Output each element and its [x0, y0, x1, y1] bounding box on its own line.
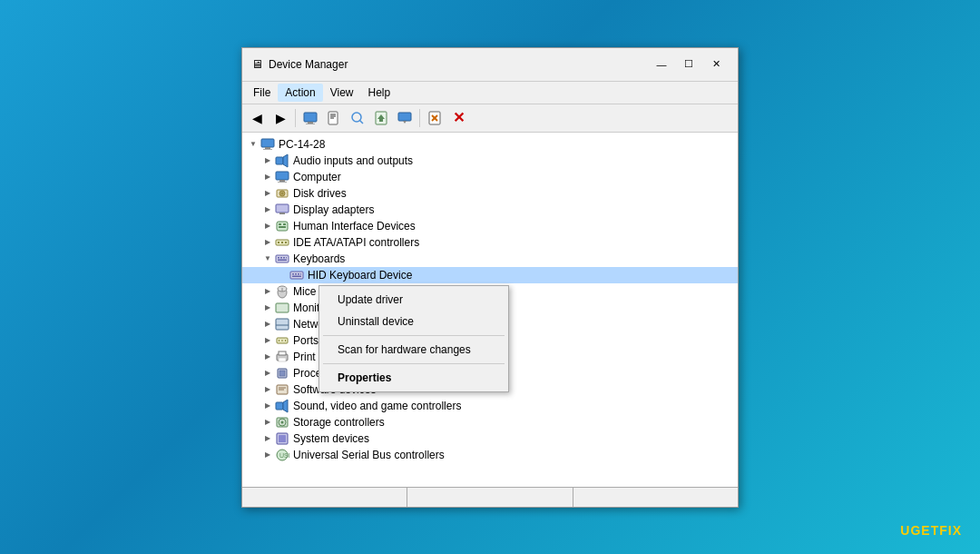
forward-button[interactable]: ▶ — [270, 107, 291, 129]
computer-label: Computer — [293, 171, 341, 183]
toolbar-sep-2 — [419, 109, 420, 127]
maximize-button[interactable]: ☐ — [676, 55, 701, 74]
expand-mice1-icon: ▶ — [260, 284, 275, 299]
monitor-button[interactable] — [394, 107, 416, 129]
device-manager-button[interactable] — [299, 107, 321, 129]
expand-ports-icon: ▶ — [260, 333, 275, 348]
context-menu-update[interactable]: Update driver — [319, 289, 508, 311]
display-icon — [275, 203, 289, 217]
svg-point-72 — [281, 420, 284, 423]
scan-button[interactable] — [347, 107, 368, 129]
storage-icon — [275, 415, 289, 430]
tree-item-storage[interactable]: ▶ Storage controllers — [242, 414, 738, 430]
pc-icon — [260, 137, 275, 152]
tree-item-hid[interactable]: ▶ Human Interface Devices — [242, 218, 738, 234]
svg-rect-29 — [279, 213, 285, 214]
pc-label: PC-14-28 — [279, 138, 325, 151]
menu-file[interactable]: File — [246, 84, 278, 102]
tree-item-usb[interactable]: ▶ USB Universal Serial Bus controllers — [242, 447, 738, 463]
expand-hid-icon: ▶ — [260, 219, 275, 233]
menu-action[interactable]: Action — [278, 84, 322, 102]
svg-point-27 — [281, 193, 283, 194]
tree-item-disk[interactable]: ▶ Disk drives — [242, 185, 738, 202]
ide-label: IDE ATA/ATAPI controllers — [293, 236, 419, 249]
svg-rect-44 — [290, 272, 303, 279]
minimize-button[interactable]: — — [649, 55, 674, 74]
tree-item-ide[interactable]: ▶ IDE ATA/ATAPI controllers — [242, 234, 738, 251]
svg-rect-68 — [276, 402, 283, 410]
hid-label: Human Interface Devices — [293, 220, 416, 232]
svg-rect-43 — [278, 259, 287, 261]
svg-rect-11 — [379, 119, 383, 122]
context-menu-scan[interactable]: Scan for hardware changes — [319, 339, 508, 361]
expand-network-icon: ▶ — [260, 317, 275, 331]
svg-rect-0 — [304, 113, 317, 122]
disk-icon — [275, 186, 289, 201]
svg-rect-53 — [276, 303, 289, 312]
system-label: System devices — [293, 432, 369, 445]
expand-print-icon: ▶ — [260, 350, 275, 364]
mice2-icon — [275, 301, 289, 315]
expand-system-icon: ▶ — [260, 431, 275, 446]
tree-item-computer[interactable]: ▶ Computer — [242, 169, 738, 185]
expand-hid-keyboard-icon — [275, 268, 289, 282]
svg-rect-40 — [280, 257, 282, 259]
tree-item-hid-keyboard[interactable]: HID Keyboard Device — [242, 267, 738, 283]
window-title: Device Manager — [269, 58, 348, 71]
device-manager-window: 🖥 Device Manager — ☐ ✕ File Action View … — [241, 47, 739, 508]
watermark-highlight: ET — [921, 523, 939, 538]
svg-rect-22 — [276, 172, 289, 180]
expand-sound-icon: ▶ — [260, 399, 275, 413]
svg-rect-61 — [279, 351, 286, 355]
expand-pc-icon: ▼ — [246, 137, 260, 152]
menu-bar: File Action View Help — [242, 82, 738, 104]
context-menu-properties[interactable]: Properties — [319, 367, 508, 389]
svg-rect-46 — [295, 273, 297, 275]
tree-item-audio[interactable]: ▶ Audio inputs and outputs — [242, 153, 738, 169]
back-button[interactable]: ◀ — [246, 107, 268, 129]
svg-rect-2 — [306, 124, 315, 124]
uninstall-button[interactable] — [424, 107, 446, 129]
svg-rect-54 — [276, 319, 289, 330]
hid-keyboard-icon — [289, 268, 304, 282]
svg-rect-19 — [263, 149, 272, 150]
computer-icon — [275, 170, 289, 184]
status-panel-1 — [242, 488, 407, 507]
svg-rect-58 — [282, 340, 283, 341]
mice1-icon — [275, 284, 289, 299]
svg-rect-1 — [308, 122, 313, 124]
svg-rect-12 — [398, 113, 411, 121]
menu-view[interactable]: View — [323, 84, 361, 102]
svg-rect-42 — [286, 257, 287, 259]
expand-disk-icon: ▶ — [260, 186, 275, 201]
menu-help[interactable]: Help — [361, 84, 398, 102]
svg-rect-48 — [300, 273, 301, 275]
expand-keyboards-icon: ▼ — [260, 252, 275, 266]
title-bar-left: 🖥 Device Manager — [251, 57, 348, 71]
tree-item-pc[interactable]: ▼ PC-14-28 — [242, 136, 738, 153]
close-button[interactable]: ✕ — [703, 55, 729, 74]
context-menu-sep-1 — [323, 335, 505, 336]
svg-rect-38 — [276, 255, 289, 262]
hid-keyboard-label: HID Keyboard Device — [308, 269, 412, 282]
svg-rect-36 — [281, 242, 283, 243]
context-menu-uninstall[interactable]: Uninstall device — [319, 311, 508, 332]
tree-item-keyboards[interactable]: ▼ Keyboards — [242, 251, 738, 267]
content-area: ▼ PC-14-28 ▶ Audio inputs and outputs ▶ … — [242, 133, 738, 487]
delete-button[interactable]: ✕ — [447, 107, 469, 129]
svg-line-8 — [360, 120, 364, 124]
watermark-suffix: FIX — [939, 523, 962, 538]
usb-label: Universal Serial Bus controllers — [293, 449, 445, 461]
properties-button[interactable] — [323, 107, 345, 129]
tree-item-sound[interactable]: ▶ Sound, video and game controllers — [242, 398, 738, 414]
expand-ide-icon: ▶ — [260, 235, 275, 250]
tree-item-display[interactable]: ▶ Display adapters — [242, 202, 738, 218]
tree-item-system[interactable]: ▶ System devices — [242, 430, 738, 447]
svg-rect-39 — [278, 257, 279, 259]
display-label: Display adapters — [293, 203, 374, 216]
svg-marker-21 — [283, 154, 288, 167]
svg-rect-45 — [292, 273, 294, 275]
update-button[interactable] — [370, 107, 392, 129]
svg-rect-74 — [279, 435, 286, 442]
print-icon — [275, 350, 289, 364]
